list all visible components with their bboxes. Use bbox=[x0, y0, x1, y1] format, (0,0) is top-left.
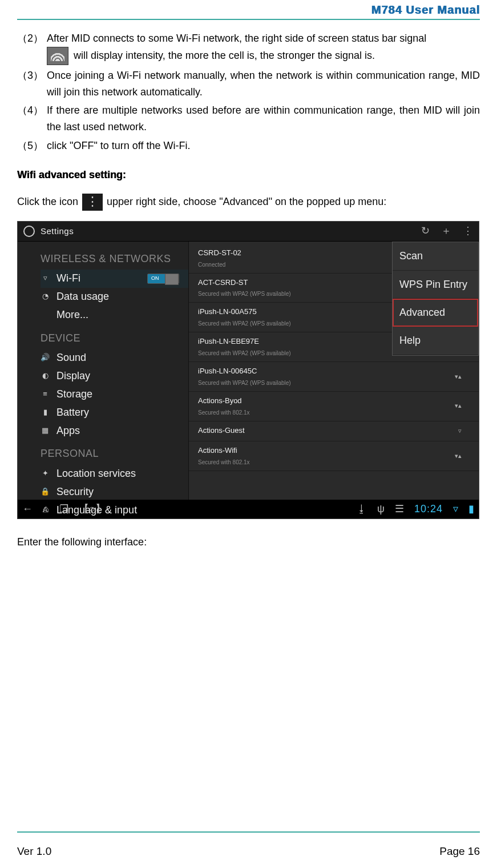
nav-home-icon[interactable]: ⌂ bbox=[43, 501, 49, 517]
storage-icon: ≡ bbox=[41, 388, 50, 400]
wifi-toggle[interactable]: ON bbox=[147, 274, 179, 284]
signal-icon: ▾▴ bbox=[455, 451, 462, 461]
status-wifi-icon: ▿ bbox=[453, 501, 458, 517]
status-download-icon: ⭳ bbox=[357, 501, 367, 517]
list-item-3-body: Once joining a Wi-Fi network manually, w… bbox=[47, 67, 480, 101]
list-item-5-body: click "OFF" to turn off the Wi-Fi. bbox=[47, 138, 480, 154]
sidebar-wifi-label: Wi-Fi bbox=[56, 270, 80, 287]
android-settings-screenshot: Settings ↻ ＋ ⋮ WIRELESS & NETWORKS ▿ Wi-… bbox=[17, 221, 479, 519]
sidebar-item-sound[interactable]: 🔊Sound bbox=[41, 348, 188, 367]
data-usage-icon: ◔ bbox=[41, 291, 50, 303]
nav-screenshot-icon[interactable]: 【○】 bbox=[79, 501, 106, 517]
network-row[interactable]: iPush-LN-00645CSecured with WPA2 (WPS av… bbox=[189, 362, 479, 392]
settings-gear-icon bbox=[23, 226, 35, 237]
list-item-2: （2） After MID connects to some Wi-Fi net… bbox=[17, 30, 480, 65]
nav-back-icon[interactable]: ← bbox=[22, 501, 33, 517]
nav-recent-icon[interactable]: ❐ bbox=[59, 501, 68, 517]
apps-icon: ▦ bbox=[41, 425, 50, 437]
footer-page: Page 16 bbox=[439, 845, 480, 858]
status-clock: 10:24 bbox=[414, 501, 443, 517]
enter-interface-text: Enter the following interface: bbox=[17, 534, 480, 550]
list-item-3: （3） Once joining a Wi-Fi network manuall… bbox=[17, 67, 480, 101]
wifi-signal-icon bbox=[47, 47, 68, 65]
sidebar-item-more[interactable]: More... bbox=[41, 306, 188, 324]
advanced-intro-a: Click the icon bbox=[17, 196, 81, 207]
wifi-icon: ▿ bbox=[41, 272, 50, 284]
section-title: Wifi advanced setting: bbox=[17, 167, 480, 183]
doc-header: M784 User Manual bbox=[17, 0, 480, 17]
sidebar-item-security[interactable]: 🔒Security bbox=[41, 483, 188, 501]
sidebar-item-battery[interactable]: ▮Battery bbox=[41, 403, 188, 421]
sidebar-item-storage[interactable]: ≡Storage bbox=[41, 385, 188, 403]
personal-section-label: PERSONAL bbox=[41, 445, 188, 462]
sidebar-item-apps[interactable]: ▦Apps bbox=[41, 421, 188, 440]
sidebar-item-display[interactable]: ◐Display bbox=[41, 367, 188, 385]
sidebar-more-label: More... bbox=[56, 307, 88, 323]
system-navbar: ← ⌂ ❐ 【○】 ⭳ ψ ☰ 10:24 ▿ ▮ bbox=[18, 500, 479, 519]
network-row[interactable]: Actions-Guest▿ bbox=[189, 421, 479, 442]
list-item-2-part2: will display intensity, the more the cel… bbox=[74, 50, 375, 61]
signal-icon: ▾▴ bbox=[455, 372, 462, 382]
device-section-label: DEVICE bbox=[41, 330, 188, 347]
overflow-menu-icon bbox=[82, 194, 103, 211]
list-item-4: （4） If there are multiple networks used … bbox=[17, 102, 480, 135]
doc-footer: Ver 1.0 Page 16 bbox=[17, 845, 480, 858]
list-item-2-part1: After MID connects to some Wi-Fi network… bbox=[47, 33, 426, 44]
wifi-network-list: CSRD-ST-02Connected ACT-CSRD-STSecured w… bbox=[189, 242, 479, 500]
settings-sidebar: WIRELESS & NETWORKS ▿ Wi-Fi ON ◔ Data us… bbox=[18, 242, 189, 500]
footer-rule bbox=[17, 831, 480, 833]
add-network-icon[interactable]: ＋ bbox=[441, 223, 451, 239]
dropdown-item-advanced[interactable]: Advanced bbox=[393, 299, 478, 327]
list-num-2: （2） bbox=[17, 30, 47, 65]
advanced-intro: Click the icon upper right side, choose … bbox=[17, 194, 480, 211]
network-row[interactable]: Actions-WifiSecured with 802.1x▾▴ bbox=[189, 441, 479, 471]
list-item-4-body: If there are multiple networks used befo… bbox=[47, 102, 480, 135]
sidebar-item-wifi[interactable]: ▿ Wi-Fi ON bbox=[41, 270, 188, 288]
network-row[interactable]: Actions-ByodSecured with 802.1x▾▴ bbox=[189, 392, 479, 421]
action-bar-title: Settings bbox=[41, 224, 74, 238]
sidebar-item-data-usage[interactable]: ◔ Data usage bbox=[41, 288, 188, 306]
advanced-intro-b: upper right side, choose "Advanced" on t… bbox=[107, 196, 386, 207]
lock-icon: 🔒 bbox=[41, 486, 50, 498]
signal-icon: ▾▴ bbox=[455, 401, 462, 411]
sound-icon: 🔊 bbox=[41, 352, 50, 364]
list-num-4: （4） bbox=[17, 102, 47, 135]
sidebar-data-label: Data usage bbox=[56, 288, 109, 305]
refresh-icon[interactable]: ↻ bbox=[421, 223, 430, 239]
status-usb-icon: ψ bbox=[377, 501, 385, 517]
list-num-3: （3） bbox=[17, 67, 47, 101]
footer-version: Ver 1.0 bbox=[17, 845, 51, 858]
status-debug-icon: ☰ bbox=[395, 501, 404, 517]
body-content: （2） After MID connects to some Wi-Fi net… bbox=[17, 30, 480, 550]
status-battery-icon: ▮ bbox=[468, 501, 474, 517]
overflow-menu-button[interactable]: ⋮ bbox=[463, 223, 473, 239]
list-num-5: （5） bbox=[17, 138, 47, 154]
location-icon: ✦ bbox=[41, 468, 50, 480]
dropdown-item-help[interactable]: Help bbox=[393, 327, 478, 355]
list-item-5: （5） click "OFF" to turn off the Wi-Fi. bbox=[17, 138, 480, 154]
signal-icon: ▿ bbox=[458, 426, 462, 436]
dropdown-item-scan[interactable]: Scan bbox=[393, 242, 478, 271]
header-rule bbox=[17, 19, 480, 20]
wireless-section-label: WIRELESS & NETWORKS bbox=[41, 251, 188, 267]
dropdown-item-wps[interactable]: WPS Pin Entry bbox=[393, 271, 478, 299]
action-bar: Settings ↻ ＋ ⋮ bbox=[18, 222, 479, 242]
display-icon: ◐ bbox=[41, 370, 50, 382]
overflow-dropdown: Scan WPS Pin Entry Advanced Help bbox=[392, 242, 479, 356]
battery-icon: ▮ bbox=[41, 407, 50, 419]
sidebar-item-location[interactable]: ✦Location services bbox=[41, 464, 188, 483]
